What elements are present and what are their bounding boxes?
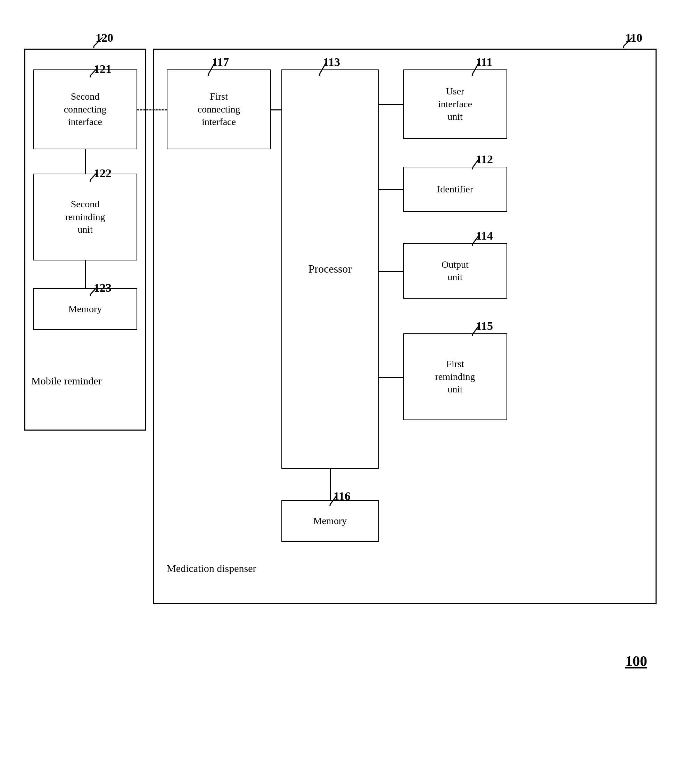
svg-line-4 (90, 68, 97, 76)
line-121-122 (85, 149, 86, 174)
svg-line-20 (473, 325, 479, 334)
dashed-line-121-117 (137, 109, 167, 110)
svg-line-10 (208, 62, 215, 74)
component-111: User interface unit (403, 69, 507, 139)
tick-114 (464, 232, 481, 246)
tick-117 (200, 58, 217, 76)
component-113: Processor (281, 69, 378, 469)
tick-111 (464, 58, 481, 76)
component-122: Second reminding unit (33, 174, 137, 260)
line-proc-116 (330, 469, 331, 500)
component-115: First reminding unit (403, 334, 507, 420)
component-116: Memory (281, 500, 378, 542)
tick-123 (82, 284, 99, 296)
tick-121 (82, 65, 99, 77)
label-mobile-reminder: Mobile reminder (31, 375, 101, 387)
component-114: Output unit (403, 243, 507, 299)
svg-line-8 (90, 287, 97, 294)
svg-line-16 (473, 158, 479, 168)
component-117: First connecting interface (167, 69, 271, 149)
tick-122 (82, 170, 99, 182)
ref-100: 100 (625, 653, 647, 669)
line-proc-114 (378, 271, 403, 272)
label-medication-dispenser: Medication dispenser (167, 562, 256, 575)
tick-112 (464, 156, 481, 170)
line-proc-112 (378, 189, 403, 190)
svg-line-6 (90, 172, 97, 180)
component-121: Second connecting interface (33, 69, 137, 149)
svg-line-22 (330, 495, 337, 505)
tick-120 (84, 34, 104, 48)
line-proc-115 (378, 377, 403, 378)
tick-113 (311, 58, 328, 76)
svg-line-2 (624, 38, 632, 46)
line-proc-111 (378, 104, 403, 105)
tick-110 (613, 34, 634, 48)
component-112: Identifier (403, 167, 507, 212)
diagram: 120 110 Second connecting interface 121 … (21, 21, 674, 698)
svg-line-12 (320, 62, 326, 74)
tick-115 (464, 322, 481, 336)
svg-line-18 (473, 235, 479, 244)
line-122-123 (85, 260, 86, 288)
svg-line-0 (94, 38, 102, 46)
line-117-processor (271, 109, 281, 110)
svg-line-14 (473, 62, 479, 74)
